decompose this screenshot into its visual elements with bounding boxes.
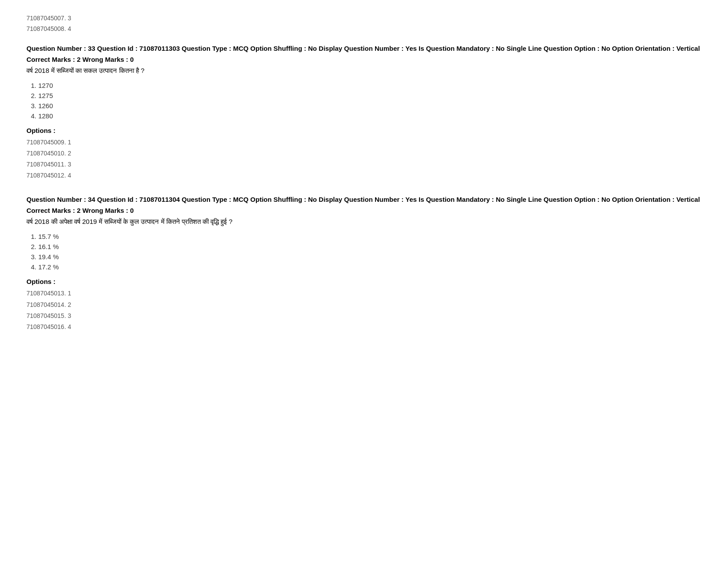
option-33-3: 3. 1260 <box>31 102 702 110</box>
option-id-34-1: 71087045013. 1 <box>26 288 702 299</box>
question-34-options: 1. 15.7 % 2. 16.1 % 3. 19.4 % 4. 17.2 % <box>26 233 702 271</box>
question-34-marks: Correct Marks : 2 Wrong Marks : 0 <box>26 207 702 214</box>
option-id-34-2: 71087045014. 2 <box>26 299 702 310</box>
option-id-33-1: 71087045009. 1 <box>26 137 702 148</box>
option-id-33-2: 71087045010. 2 <box>26 148 702 159</box>
top-ids-section: 71087045007. 3 71087045008. 4 <box>26 13 702 34</box>
option-34-4: 4. 17.2 % <box>31 263 702 271</box>
question-33-block: Question Number : 33 Question Id : 71087… <box>26 43 702 181</box>
question-34-text: वर्ष 2018 की अपेक्षा वर्ष 2019 में सब्जि… <box>26 218 702 226</box>
question-33-marks: Correct Marks : 2 Wrong Marks : 0 <box>26 56 702 63</box>
option-id-34-3: 71087045015. 3 <box>26 310 702 321</box>
option-id-33-4: 71087045012. 4 <box>26 170 702 181</box>
top-id-2: 71087045008. 4 <box>26 24 702 34</box>
question-34-meta: Question Number : 34 Question Id : 71087… <box>26 194 702 205</box>
option-33-2: 2. 1275 <box>31 92 702 99</box>
option-33-4: 4. 1280 <box>31 112 702 120</box>
option-34-1: 1. 15.7 % <box>31 233 702 240</box>
question-34-options-label: Options : <box>26 278 702 285</box>
top-id-1: 71087045007. 3 <box>26 13 702 24</box>
option-34-2: 2. 16.1 % <box>31 243 702 250</box>
question-34-option-ids: 71087045013. 1 71087045014. 2 7108704501… <box>26 288 702 333</box>
option-33-1: 1. 1270 <box>31 82 702 89</box>
option-id-33-3: 71087045011. 3 <box>26 159 702 170</box>
question-33-text: वर्ष 2018 में सब्जियों का सकल उत्पादन कि… <box>26 67 702 75</box>
question-33-meta: Question Number : 33 Question Id : 71087… <box>26 43 702 54</box>
option-34-3: 3. 19.4 % <box>31 253 702 261</box>
question-33-options-label: Options : <box>26 127 702 134</box>
question-33-options: 1. 1270 2. 1275 3. 1260 4. 1280 <box>26 82 702 120</box>
question-34-block: Question Number : 34 Question Id : 71087… <box>26 194 702 333</box>
question-33-option-ids: 71087045009. 1 71087045010. 2 7108704501… <box>26 137 702 181</box>
option-id-34-4: 71087045016. 4 <box>26 321 702 333</box>
